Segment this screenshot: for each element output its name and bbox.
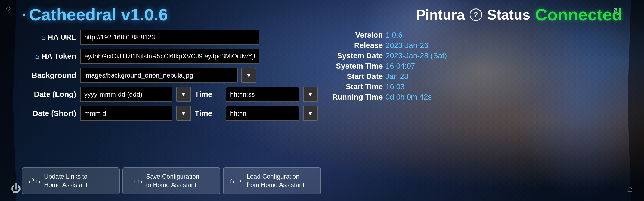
- arrow-right-icon-save: →: [129, 176, 137, 186]
- background-input[interactable]: [80, 68, 238, 83]
- start-time-value: 16:03: [386, 82, 405, 91]
- power-icon[interactable]: ⏻: [11, 183, 21, 194]
- date-long-row: Date (Long) ▼ Time ▼: [22, 87, 318, 102]
- date-long-label: Date (Long): [22, 90, 76, 99]
- connected-status: Connected: [535, 5, 622, 24]
- release-key: Release: [329, 41, 383, 50]
- update-links-icons: ⇄ ⌂: [28, 176, 40, 186]
- load-config-button[interactable]: ⌂ → Load Configurationfrom Home Assistan…: [223, 167, 321, 194]
- release-value: 2023-Jan-26: [386, 41, 428, 50]
- system-time-row: System Time 16:04:07: [329, 62, 622, 70]
- background-label: Background: [22, 71, 76, 80]
- system-date-key: System Date: [329, 51, 383, 60]
- dropdown-arrow-date-long: ▼: [181, 91, 187, 98]
- house-icon-load: ⌂: [230, 176, 234, 186]
- app-title: · Catheedral v1.0.6: [22, 5, 168, 24]
- load-config-icons: ⌂ →: [230, 176, 243, 186]
- system-time-key: System Time: [329, 62, 383, 70]
- info-panel: Version 1.0.6 Release 2023-Jan-26 System…: [329, 30, 622, 162]
- app-title-text: Catheedral v1.0.6: [29, 5, 168, 24]
- house-icon-token: ⌂: [35, 52, 39, 61]
- arrows-exchange-icon: ⇄: [28, 176, 35, 186]
- ha-token-label: ⌂ HA Token: [22, 52, 76, 61]
- system-date-value: 2023-Jan-28 (Sat): [386, 51, 447, 60]
- ha-token-input[interactable]: [80, 49, 259, 64]
- date-long-input[interactable]: [80, 87, 172, 102]
- date-short-dropdown-btn[interactable]: ▼: [176, 106, 191, 121]
- dropdown-arrow-date-short: ▼: [181, 110, 187, 117]
- start-date-row: Start Date Jan 28: [329, 72, 622, 81]
- status-label: Status: [487, 7, 530, 23]
- running-time-row: Running Time 0d 0h 0m 42s: [329, 93, 622, 101]
- dropdown-arrow-time-long: ▼: [307, 91, 313, 98]
- time-short-dropdown-btn[interactable]: ▼: [303, 106, 318, 121]
- start-date-key: Start Date: [329, 72, 383, 81]
- update-links-text: Update Links toHome Assistant: [44, 172, 88, 189]
- home-bottom-icon[interactable]: ⌂: [627, 183, 633, 194]
- arrow-right-icon-load: →: [235, 176, 243, 186]
- start-time-key: Start Time: [329, 82, 383, 91]
- house-icon-save: ⌂: [138, 176, 142, 186]
- running-time-key: Running Time: [329, 93, 383, 101]
- date-short-row: Date (Short) ▼ Time ▼: [22, 106, 318, 121]
- content-area: ⌂ HA URL ⌂ HA Token Background: [22, 27, 622, 162]
- system-date-row: System Date 2023-Jan-28 (Sat): [329, 51, 622, 60]
- ha-token-row: ⌂ HA Token: [22, 49, 318, 64]
- time-long-input[interactable]: [226, 87, 299, 102]
- header-row: · Catheedral v1.0.6 Pintura ? Status Con…: [22, 0, 622, 27]
- help-button[interactable]: ?: [470, 8, 482, 21]
- background-row: Background ▼: [22, 68, 318, 83]
- ha-url-row: ⌂ HA URL: [22, 30, 318, 45]
- dropdown-arrow-bg: ▼: [246, 72, 252, 79]
- save-config-button[interactable]: → ⌂ Save Configurationto Home Assistant: [122, 167, 220, 194]
- version-value: 1.0.6: [386, 31, 403, 39]
- version-row: Version 1.0.6: [329, 31, 622, 39]
- dropdown-arrow-time-short: ▼: [307, 110, 313, 117]
- save-config-icons: → ⌂: [129, 176, 142, 186]
- system-time-value: 16:04:07: [386, 62, 415, 70]
- date-short-input[interactable]: [80, 106, 172, 121]
- house-icon-url: ⌂: [41, 33, 46, 42]
- date-short-label: Date (Short): [22, 109, 76, 118]
- running-time-value: 0d 0h 0m 42s: [386, 93, 432, 101]
- time-label-1: Time: [195, 90, 222, 99]
- header-center: Pintura ? Status Connected: [416, 5, 622, 24]
- button-row: ⏻ ⇄ ⌂ Update Links toHome Assistant → ⌂ …: [22, 162, 622, 201]
- load-config-text: Load Configurationfrom Home Assistant: [247, 172, 304, 189]
- start-time-row: Start Time 16:03: [329, 82, 622, 91]
- pintura-label: Pintura: [416, 7, 465, 23]
- ha-url-input[interactable]: [80, 30, 259, 45]
- time-long-dropdown-btn[interactable]: ▼: [303, 87, 318, 102]
- update-links-button[interactable]: ⇄ ⌂ Update Links toHome Assistant: [22, 167, 120, 194]
- start-date-value: Jan 28: [386, 72, 408, 81]
- save-config-text: Save Configurationto Home Assistant: [146, 172, 199, 189]
- version-key: Version: [329, 31, 383, 39]
- ha-url-label: ⌂ HA URL: [22, 33, 76, 42]
- house-icon-update: ⌂: [36, 176, 40, 186]
- time-short-input[interactable]: [226, 106, 299, 121]
- date-long-dropdown-btn[interactable]: ▼: [176, 87, 191, 102]
- release-row: Release 2023-Jan-26: [329, 41, 622, 50]
- background-dropdown-btn[interactable]: ▼: [242, 68, 256, 83]
- time-label-2: Time: [195, 109, 222, 118]
- config-panel: ⌂ HA URL ⌂ HA Token Background: [22, 30, 318, 162]
- corner-icon: ◇: [3, 3, 14, 14]
- app-dot: ·: [22, 5, 26, 24]
